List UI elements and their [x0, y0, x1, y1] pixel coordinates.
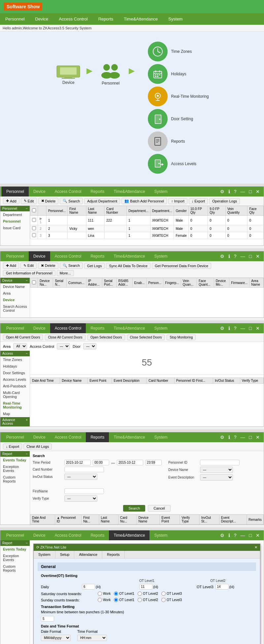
daily-level2-input[interactable] [139, 584, 152, 590]
sidebar-item-ta-custom[interactable]: Custom Reports [0, 563, 30, 574]
ta-nav-system[interactable]: System [149, 530, 172, 540]
sidebar-item-exception[interactable]: Exception Events [0, 463, 30, 474]
sidebar-item-department[interactable]: Department [0, 211, 30, 218]
settings-icon[interactable]: ⚙ [219, 532, 226, 539]
device-nav-system[interactable]: System [149, 251, 172, 261]
minimize-icon[interactable]: — [239, 434, 247, 441]
reports-nav-access[interactable]: Access Control [50, 432, 86, 442]
nav-reports[interactable]: Reports [93, 13, 119, 25]
edit-button[interactable]: ✎ Edit [20, 263, 37, 269]
restore-icon[interactable]: □ [248, 188, 253, 195]
sunday-ot3-radio[interactable] [161, 598, 166, 602]
advance-section-expand[interactable]: + [26, 418, 28, 425]
sunday-ot2-radio[interactable] [138, 598, 142, 602]
sidebar-item-ta-events[interactable]: Events Today [0, 546, 30, 553]
delete-button[interactable]: ✖ Delete [38, 198, 59, 204]
sidebar-item-time-zones[interactable]: Time Zones [0, 356, 30, 363]
saturday-work-radio[interactable] [98, 591, 102, 596]
row-checkbox[interactable] [32, 226, 36, 230]
add-button[interactable]: ✚ Add [3, 198, 19, 204]
personnel-nav-access[interactable]: Access Control [50, 187, 86, 197]
export-button[interactable]: ↓ Export [189, 198, 208, 204]
sidebar-item-map[interactable]: Map [0, 411, 30, 417]
table-row[interactable]: ▶ 1 1 111 222 1 XKMTECH Male 0 0 0 0 [30, 216, 264, 225]
row-checkbox[interactable] [32, 218, 36, 222]
table-row[interactable]: 2 2 Vicky wen 1 XKMTECH Male 0 0 0 0 [30, 225, 264, 232]
card-number-input[interactable] [64, 467, 104, 472]
verify-type-select[interactable]: — [64, 495, 97, 502]
access-nav-access[interactable]: Access Control [50, 323, 86, 333]
personnel-nav-ta[interactable]: Time&Attendance [109, 187, 149, 197]
minimize-icon[interactable]: — [239, 188, 247, 195]
personnel-section-expand[interactable]: − [26, 207, 28, 210]
ta-nav-ta[interactable]: Time&Attendance [109, 530, 149, 540]
firstname-input[interactable] [64, 488, 104, 494]
trans-val-input[interactable] [41, 616, 54, 622]
get-personnel-button[interactable]: Get Personnel Data From Device [152, 263, 211, 269]
sidebar-item-access-levels[interactable]: Access Levels [0, 376, 30, 383]
ta-nav-device[interactable]: Device [29, 530, 50, 540]
batch-add-button[interactable]: 👥 Batch Add Personnel [121, 198, 167, 204]
minimize-icon[interactable]: — [239, 253, 247, 260]
select-all-checkbox[interactable] [32, 280, 36, 284]
search-cancel-button[interactable]: Cancel [148, 505, 170, 512]
settings-icon[interactable]: ⚙ [219, 188, 226, 195]
sidebar-item-ta-exception[interactable]: Exception Events [0, 553, 30, 563]
close-icon[interactable]: ✕ [254, 253, 261, 260]
sidebar-item-search-ac[interactable]: Search Access Control [0, 303, 30, 314]
sidebar-item-personnel[interactable]: Personnel [0, 218, 30, 225]
search-submit-button[interactable]: Search [123, 505, 145, 512]
date-format-select[interactable]: MM/dd/yyyy [41, 635, 71, 641]
restore-icon[interactable]: □ [248, 532, 253, 539]
ta-section-expand[interactable]: − [26, 541, 28, 545]
more-button[interactable]: More... [57, 270, 74, 276]
restore-icon[interactable]: □ [248, 253, 253, 260]
nav-access-control[interactable]: Access Control [53, 13, 93, 25]
device-nav-access[interactable]: Access Control [50, 251, 86, 261]
oplogs-button[interactable]: Operation Logs [209, 198, 240, 204]
time-end-time-input[interactable] [145, 460, 162, 465]
sidebar-item-multi-card[interactable]: Multi-Card Opening [0, 389, 30, 400]
sidebar-item-holidays[interactable]: Holidays [0, 363, 30, 370]
device-section-expand[interactable]: − [26, 279, 28, 282]
info-icon[interactable]: ℹ [227, 325, 231, 332]
sidebar-item-device[interactable]: Device [0, 297, 30, 303]
nav-device[interactable]: Device [30, 13, 54, 25]
personnel-sidebar-section[interactable]: Personnel − [0, 206, 30, 211]
sunday-ot1-radio[interactable] [114, 598, 118, 602]
close-selected-doors-button[interactable]: Close Selected Doors [127, 335, 165, 340]
nav-system[interactable]: System [163, 13, 188, 25]
sidebar-item-custom[interactable]: Custom Reports [0, 474, 30, 484]
popup-nav-setup[interactable]: Setup [55, 551, 75, 558]
popup-nav-attendance[interactable]: Attendance [74, 551, 102, 558]
open-selected-doors-button[interactable]: Open Selected Doors [87, 335, 125, 340]
close-icon[interactable]: ✕ [254, 325, 261, 332]
personnel-nav-reports[interactable]: Reports [86, 187, 109, 197]
ta-nav-access[interactable]: Access Control [50, 530, 86, 540]
settings-icon[interactable]: ⚙ [219, 253, 226, 260]
area-select[interactable]: All [13, 343, 27, 349]
reports-nav-personnel[interactable]: Personnel [2, 432, 29, 442]
device-nav-ta[interactable]: Time&Attendance [109, 251, 149, 261]
sidebar-item-area[interactable]: Area [0, 290, 30, 297]
daily-level1-input[interactable] [82, 584, 95, 590]
inout-select[interactable]: — [64, 474, 97, 480]
search-button[interactable]: 🔍 Search [60, 198, 83, 204]
get-logs-button[interactable]: Get Logs [84, 263, 105, 269]
door-select[interactable]: — [83, 343, 96, 349]
daily-level3-input[interactable] [215, 584, 229, 590]
time-end-input[interactable] [117, 460, 143, 465]
ac-select[interactable]: — [57, 343, 70, 349]
popup-nav-system[interactable]: System [34, 551, 55, 558]
select-all-checkbox[interactable] [32, 208, 36, 212]
minimize-icon[interactable]: — [239, 532, 247, 539]
restore-icon[interactable]: □ [248, 325, 253, 332]
device-sidebar-section[interactable]: Device − [0, 278, 30, 283]
sidebar-item-door-settings[interactable]: Door Settings [0, 370, 30, 376]
info-icon[interactable]: ℹ [227, 253, 231, 260]
help-icon[interactable]: ? [233, 253, 238, 260]
close-all-doors-button[interactable]: Close All Current Doors [45, 335, 85, 340]
minimize-icon[interactable]: — [239, 325, 247, 332]
info-icon[interactable]: ℹ [227, 434, 231, 441]
ta-nav-reports[interactable]: Reports [86, 530, 109, 540]
